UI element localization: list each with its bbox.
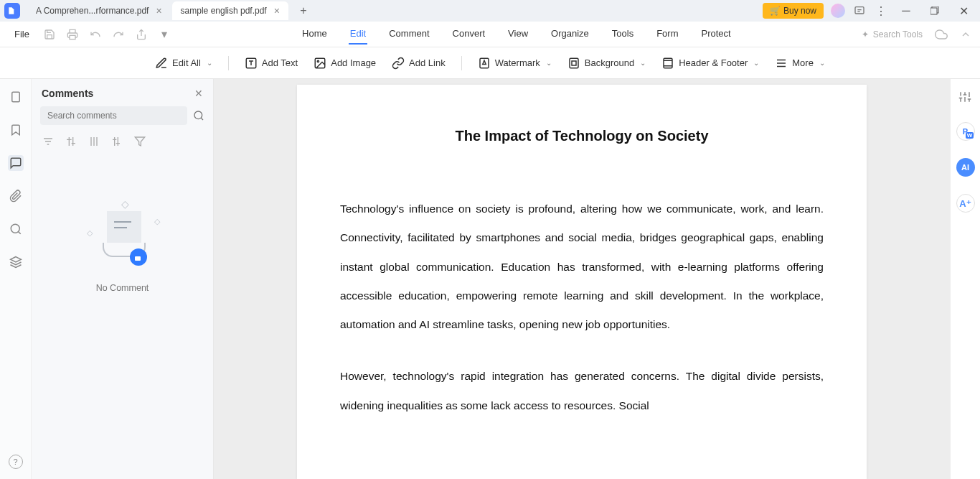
watermark-icon [478,57,491,70]
chevron-down-icon: ⌄ [207,59,212,67]
tool-label: Edit All [172,57,201,68]
tab-document-0[interactable]: A Comprehen...rformance.pdf × [27,1,171,20]
empty-comments-state: ◇◇◇ No Comment [32,198,213,293]
panel-title: Comments [42,88,93,99]
file-menu[interactable]: File [7,26,37,42]
filter-icon[interactable] [133,135,146,148]
search-tools-label: Search Tools [873,29,923,39]
tool-label: Background [585,57,634,68]
chevron-down-icon: ⌄ [640,59,646,67]
menu-convert[interactable]: Convert [451,24,487,45]
sort-icon[interactable] [42,135,55,148]
tool-label: Header & Footer [679,57,748,68]
tab-label: A Comprehen...rformance.pdf [36,6,149,16]
svg-rect-3 [70,35,75,39]
close-icon[interactable]: × [156,5,161,17]
sparkle-icon: ✦ [862,29,869,39]
menu-tools[interactable]: Tools [611,24,635,45]
settings-sliders-icon[interactable] [958,90,973,105]
translate-icon[interactable]: A⁺ [956,194,975,213]
add-tab-button[interactable]: + [294,1,313,20]
buy-now-button[interactable]: 🛒 Buy now [763,3,824,19]
add-link-tool[interactable]: Add Link [392,57,446,70]
svg-rect-8 [570,58,578,68]
tool-label: More [792,57,814,68]
document-paragraph: However, technology's rapid integration … [340,362,824,420]
link-icon [392,57,405,70]
comments-icon[interactable] [8,155,24,171]
search-comments-input[interactable] [40,106,187,125]
cart-icon: 🛒 [770,6,781,16]
collapse-ribbon-icon[interactable] [958,27,973,42]
image-icon [314,57,326,70]
edit-all-tool[interactable]: Edit All ⌄ [155,57,212,70]
empty-illustration-icon: ◇◇◇ [87,198,159,270]
svg-point-6 [317,60,319,62]
buy-label: Buy now [783,6,816,16]
layers-icon[interactable] [8,254,24,270]
document-title: The Impact of Technology on Society [340,128,824,144]
chevron-down-icon: ⌄ [546,59,552,67]
svg-rect-11 [11,92,19,102]
divider [461,56,462,70]
close-button[interactable]: ✕ [953,1,974,21]
share-icon[interactable] [134,27,149,42]
more-tool[interactable]: More ⌄ [775,57,825,70]
menu-comment[interactable]: Comment [387,24,430,45]
document-viewport[interactable]: The Impact of Technology on Society Tech… [214,79,950,479]
filter-option-1-icon[interactable] [65,135,77,148]
chevron-down-icon: ⌄ [819,59,825,67]
menu-organize[interactable]: Organize [550,24,590,45]
filter-option-2-icon[interactable] [88,135,100,148]
document-paragraph: Technology's influence on society is pro… [340,195,824,339]
attachments-icon[interactable] [8,188,24,204]
menu-view[interactable]: View [507,24,529,45]
quick-dropdown-icon[interactable]: ▾ [157,27,171,42]
close-icon[interactable]: × [274,5,280,17]
pen-icon [155,57,168,70]
header-footer-tool[interactable]: Header & Footer ⌄ [661,57,759,70]
text-icon [245,57,258,70]
cloud-sync-icon[interactable] [934,27,948,42]
app-logo[interactable] [4,3,20,19]
watermark-tool[interactable]: Watermark ⌄ [478,57,552,70]
search-icon[interactable] [8,221,24,237]
print-icon[interactable] [65,27,80,42]
menu-form[interactable]: Form [655,24,679,45]
document-page: The Impact of Technology on Society Tech… [297,85,867,479]
menu-home[interactable]: Home [301,24,329,45]
tab-label: sample english pdf.pdf [181,6,267,16]
feedback-icon[interactable] [852,4,867,18]
thumbnails-icon[interactable] [8,89,24,105]
redo-icon[interactable] [111,27,126,42]
close-panel-icon[interactable]: ✕ [194,88,203,99]
tool-label: Watermark [495,57,540,68]
svg-point-12 [11,224,19,233]
add-text-tool[interactable]: Add Text [245,57,298,70]
maximize-button[interactable] [924,1,946,21]
tab-document-1[interactable]: sample english pdf.pdf × [172,1,288,20]
more-menu-icon[interactable]: ⋮ [874,4,888,18]
convert-word-icon[interactable]: PW [956,122,975,141]
search-icon[interactable] [193,110,204,121]
ai-assistant-icon[interactable]: AI [956,158,975,177]
user-avatar-icon[interactable] [831,4,845,18]
bookmarks-icon[interactable] [8,122,24,138]
divider [228,56,229,70]
help-icon[interactable]: ? [9,455,23,469]
undo-icon[interactable] [88,27,103,42]
filter-option-3-icon[interactable] [110,135,123,148]
svg-rect-2 [930,8,937,14]
background-icon [567,57,580,70]
add-image-tool[interactable]: Add Image [314,57,376,70]
chevron-down-icon: ⌄ [753,59,759,67]
menu-protect[interactable]: Protect [700,24,732,45]
empty-label: No Comment [96,283,149,293]
search-tools[interactable]: ✦ Search Tools [862,29,923,39]
save-icon[interactable] [42,27,57,42]
header-footer-icon [661,57,674,70]
more-icon [775,57,788,70]
minimize-button[interactable]: ─ [895,1,917,21]
menu-edit[interactable]: Edit [349,24,367,45]
background-tool[interactable]: Background ⌄ [567,57,646,70]
